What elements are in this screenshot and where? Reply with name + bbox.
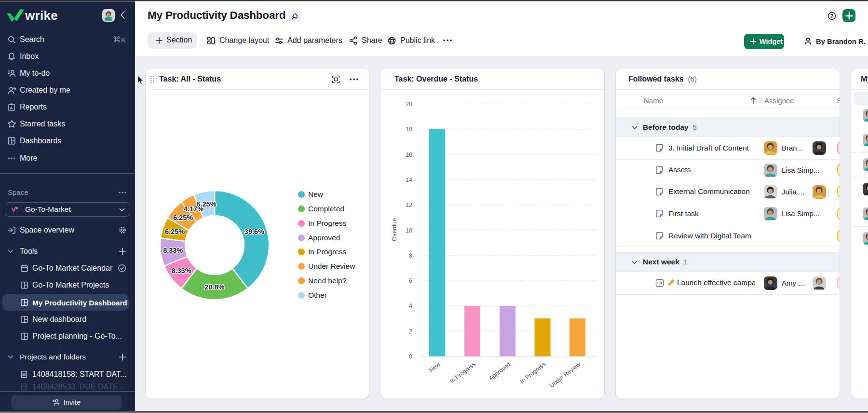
svg-text:8.33%: 8.33% [171, 267, 191, 275]
svg-text:wrike: wrike [25, 8, 58, 23]
svg-text:2: 2 [409, 328, 412, 335]
svg-text:6.25%: 6.25% [165, 228, 185, 235]
svg-text:Under Review: Under Review [548, 361, 582, 389]
svg-text:10: 10 [406, 227, 412, 234]
svg-text:0: 0 [409, 353, 412, 360]
svg-text:8.33%: 8.33% [163, 247, 183, 254]
svg-text:New: New [428, 361, 441, 373]
svg-text:16: 16 [406, 151, 412, 158]
svg-text:?: ? [830, 13, 833, 19]
svg-text:4: 4 [409, 303, 412, 309]
svg-text:20: 20 [406, 101, 412, 108]
svg-text:6.25%: 6.25% [173, 214, 193, 221]
svg-text:12: 12 [406, 202, 412, 208]
svg-text:39.6%: 39.6% [244, 228, 264, 235]
svg-text:In Progress: In Progress [448, 361, 476, 385]
svg-text:18: 18 [406, 126, 412, 133]
svg-text:20.8%: 20.8% [204, 283, 224, 291]
svg-text:6.25%: 6.25% [196, 200, 216, 208]
svg-text:In Progress: In Progress [519, 361, 547, 385]
svg-text:6: 6 [409, 277, 412, 284]
svg-text:8: 8 [409, 252, 412, 259]
svg-text:Approved: Approved [488, 361, 512, 382]
svg-text:Overdue: Overdue [391, 218, 398, 241]
svg-text:14: 14 [406, 177, 412, 183]
